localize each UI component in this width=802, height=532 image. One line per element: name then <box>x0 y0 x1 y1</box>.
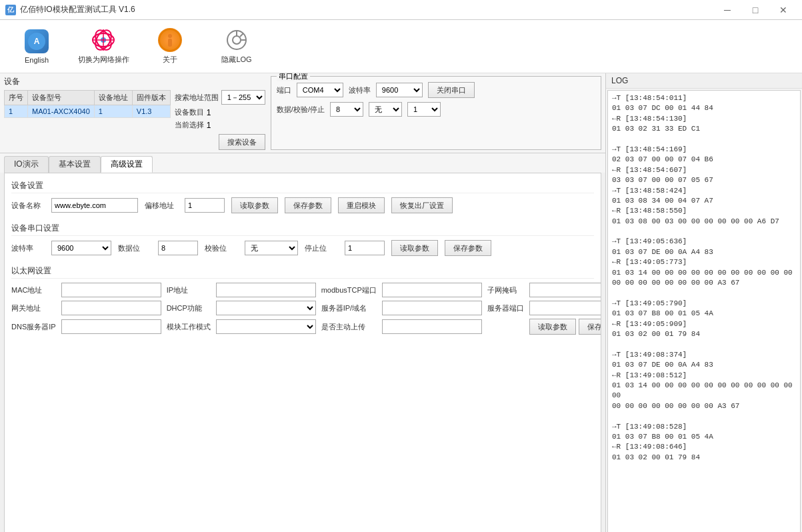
server-ip-label: 服务器IP/域名 <box>321 303 377 313</box>
server-port-input[interactable] <box>529 301 601 315</box>
tab-advanced-settings[interactable]: 高级设置 <box>101 156 153 173</box>
svg-point-12 <box>233 36 241 44</box>
device-count-row: 设备数目 1 <box>175 107 265 117</box>
toolbar-network[interactable]: 切换为网络操作 <box>73 23 133 70</box>
device-settings-row: 设备名称 偏移地址 读取参数 保存参数 重启模块 恢复出厂设置 <box>11 197 594 213</box>
table-row[interactable]: 1 MA01-AXCX4040 1 V1.3 <box>5 105 171 118</box>
serial-read-params-button[interactable]: 读取参数 <box>391 240 438 256</box>
serial-parity-select[interactable]: 无 <box>245 241 298 255</box>
log-content[interactable]: →T [13:48:54:011] 01 03 07 DC 00 01 44 8… <box>607 90 801 532</box>
title-bar-controls[interactable]: ─ □ ✕ <box>714 0 797 20</box>
serial-settings-row: 波特率 9600 数据位 校验位 无 停止位 读取参数 保存参数 <box>11 240 594 256</box>
log-panel: LOG →T [13:48:54:011] 01 03 07 DC 00 01 … <box>605 73 802 532</box>
about-icon <box>158 28 182 52</box>
device-title: 设备 <box>4 76 265 87</box>
serial-baud-select[interactable]: 9600 <box>51 241 111 255</box>
about-label: 关于 <box>163 55 177 65</box>
close-button[interactable]: ✕ <box>770 0 797 20</box>
parity-select[interactable]: 无 <box>369 102 402 117</box>
serial-settings-title: 设备串口设置 <box>11 223 594 236</box>
serial-stop-input[interactable] <box>345 241 385 255</box>
ethernet-save-params-button[interactable]: 保存参数 <box>579 319 601 335</box>
ethernet-btns: 读取参数 保存参数 清除内容 <box>529 319 601 335</box>
gateway-label: 网关地址 <box>11 303 56 313</box>
toolbar-about[interactable]: 关于 <box>140 23 200 70</box>
serial-config-row1: 端口 COM4 波特率 9600 关闭串口 <box>277 82 595 98</box>
english-label: English <box>25 56 49 64</box>
mac-label: MAC地址 <box>11 285 56 295</box>
ethernet-settings-section: 以太网设置 MAC地址 IP地址 modbusTCP端口 子网掩码 网关地址 D… <box>11 265 594 335</box>
dns-label: DNS服务器IP <box>11 322 56 332</box>
row-deviceaddr: 1 <box>94 105 132 118</box>
databits-select[interactable]: 8 <box>330 102 363 117</box>
device-name-label: 设备名称 <box>11 201 45 211</box>
toolbar-log[interactable]: 隐藏LOG <box>207 23 267 70</box>
toolbar: A English 切换为网络操作 关于 <box>0 20 802 73</box>
dhcp-select[interactable] <box>216 301 316 315</box>
serial-save-params-button[interactable]: 保存参数 <box>445 240 491 256</box>
network-label: 切换为网络操作 <box>78 55 129 65</box>
device-name-input[interactable] <box>51 198 138 213</box>
auto-upload-input[interactable] <box>382 319 482 334</box>
search-range-select[interactable]: 1－255 <box>221 90 265 105</box>
top-section: 设备 序号 设备型号 设备地址 固件版本 <box>0 73 605 153</box>
current-select-row: 当前选择 1 <box>175 120 265 130</box>
content-area: 设备 序号 设备型号 设备地址 固件版本 <box>0 73 605 532</box>
row-model: MA01-AXCX4040 <box>28 105 95 118</box>
svg-line-14 <box>240 33 243 37</box>
baudrate-select[interactable]: 9600 <box>376 83 423 97</box>
gateway-input[interactable] <box>61 301 161 315</box>
dhcp-label: DHCP功能 <box>167 303 211 313</box>
work-mode-select[interactable] <box>216 319 316 334</box>
serial-parity-label: 校验位 <box>205 243 238 253</box>
current-select-value: 1 <box>207 121 211 130</box>
device-settings-title: 设备设置 <box>11 180 594 193</box>
device-settings-section: 设备设置 设备名称 偏移地址 读取参数 保存参数 重启模块 恢复出厂设置 <box>11 180 594 213</box>
dns-input[interactable] <box>61 319 161 334</box>
tabs-bar: IO演示 基本设置 高级设置 <box>0 153 605 173</box>
mac-input[interactable] <box>61 283 161 297</box>
offset-addr-label: 偏移地址 <box>145 201 178 211</box>
col-seq: 序号 <box>5 91 28 105</box>
modbus-port-input[interactable] <box>382 283 482 297</box>
reboot-module-button[interactable]: 重启模块 <box>338 197 385 213</box>
ethernet-grid: MAC地址 IP地址 modbusTCP端口 子网掩码 网关地址 DHCP功能 … <box>11 283 594 335</box>
serial-data-label: 数据位 <box>118 243 151 253</box>
device-panel: 设备 序号 设备型号 设备地址 固件版本 <box>4 76 265 150</box>
search-device-button[interactable]: 搜索设备 <box>219 134 265 150</box>
serial-data-input[interactable] <box>158 241 198 255</box>
close-serial-button[interactable]: 关闭串口 <box>428 82 475 98</box>
port-select[interactable]: COM4 <box>297 83 343 97</box>
main-split: 设备 序号 设备型号 设备地址 固件版本 <box>0 73 802 532</box>
log-icon <box>225 28 249 52</box>
col-model: 设备型号 <box>28 91 95 105</box>
serial-stop-label: 停止位 <box>305 243 338 253</box>
title-bar: 亿 亿佰特IO模块配置测试工具 V1.6 ─ □ ✕ <box>0 0 802 20</box>
ethernet-read-params-button[interactable]: 读取参数 <box>529 319 576 335</box>
serial-config-title: 串口配置 <box>277 73 310 81</box>
search-range-label: 搜索地址范围 <box>175 93 219 103</box>
tab-basic-settings[interactable]: 基本设置 <box>49 156 101 173</box>
maximize-button[interactable]: □ <box>742 0 769 20</box>
tab-io-demo[interactable]: IO演示 <box>4 156 49 173</box>
serial-baud-label: 波特率 <box>11 243 45 253</box>
server-ip-input[interactable] <box>382 301 482 315</box>
row-version: V1.3 <box>132 105 170 118</box>
subnet-input[interactable] <box>529 283 601 297</box>
ethernet-settings-title: 以太网设置 <box>11 265 594 279</box>
offset-addr-input[interactable] <box>185 198 225 213</box>
search-config: 搜索地址范围 1－255 设备数目 1 当前选择 1 <box>175 90 265 150</box>
toolbar-english[interactable]: A English <box>7 23 67 70</box>
factory-reset-button[interactable]: 恢复出厂设置 <box>391 197 453 213</box>
log-header: LOG <box>606 73 802 89</box>
stopbits-select[interactable]: 1 <box>407 102 441 117</box>
auto-upload-label: 是否主动上传 <box>321 322 377 332</box>
ip-input[interactable] <box>216 283 316 297</box>
device-save-params-button[interactable]: 保存参数 <box>285 197 331 213</box>
device-read-params-button[interactable]: 读取参数 <box>231 197 278 213</box>
device-inner: 序号 设备型号 设备地址 固件版本 1 MA01-AXCX4040 <box>4 90 265 150</box>
port-label: 端口 <box>277 85 291 95</box>
svg-point-9 <box>168 34 172 38</box>
col-addr: 设备地址 <box>94 91 132 105</box>
minimize-button[interactable]: ─ <box>714 0 741 20</box>
